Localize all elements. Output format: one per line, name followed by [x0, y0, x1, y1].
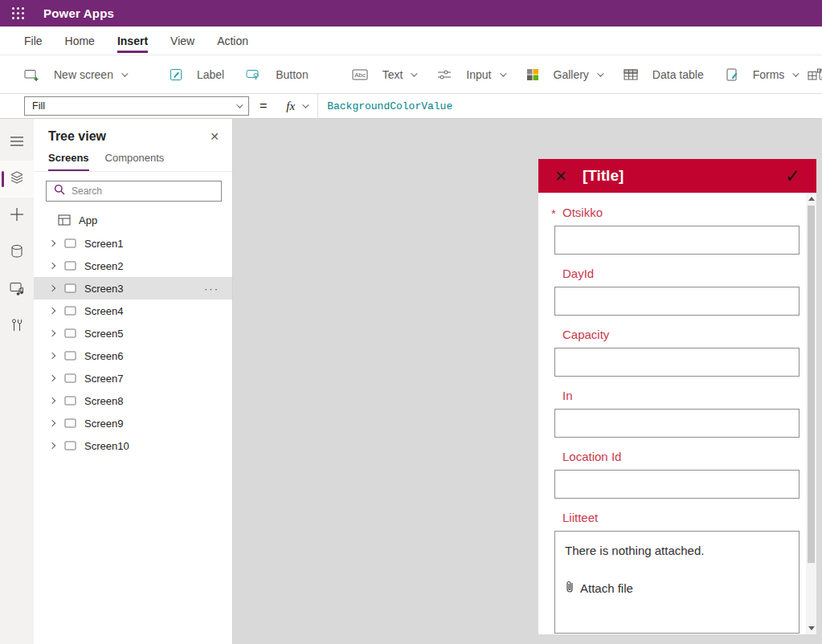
rail-data-sources-button[interactable]: [0, 234, 34, 271]
data-table-icon: [624, 69, 638, 80]
tree-item-screen3[interactable]: Screen3 ···: [34, 277, 232, 300]
field-otsikko: * Otsikko: [554, 205, 800, 255]
field-label: DayId: [562, 266, 800, 281]
tree-panel-tabs: Screens Components: [34, 145, 232, 172]
field-liitteet: Liitteet There is nothing attached.: [554, 510, 800, 634]
fx-icon: fx: [286, 100, 295, 113]
button-button[interactable]: Button: [246, 68, 308, 81]
otsikko-input[interactable]: [554, 226, 800, 255]
search-icon: [54, 184, 65, 198]
cancel-icon[interactable]: ✕: [554, 169, 567, 184]
rail-advanced-tools-button[interactable]: [0, 308, 34, 345]
field-label: * Otsikko: [562, 205, 800, 220]
attachments-box: There is nothing attached. Attach file: [554, 531, 800, 634]
tree-item-screen1[interactable]: Screen1: [34, 232, 232, 255]
required-marker: *: [551, 206, 556, 221]
fx-button[interactable]: fx: [276, 94, 318, 118]
gallery-menu-button[interactable]: Gallery: [526, 68, 602, 81]
scroll-up-icon[interactable]: [808, 197, 815, 201]
search-input[interactable]: [72, 185, 214, 197]
screen-icon: [64, 351, 76, 361]
screen-icon: [64, 261, 76, 271]
input-menu-button[interactable]: Input: [437, 68, 504, 81]
tab-screens[interactable]: Screens: [48, 152, 89, 171]
property-selector[interactable]: Fill: [24, 96, 249, 116]
tree-item-screen8[interactable]: Screen8: [34, 389, 232, 412]
menu-item-action[interactable]: Action: [217, 35, 248, 47]
attach-file-button[interactable]: Attach file: [565, 580, 789, 596]
in-input[interactable]: [554, 409, 800, 438]
tree-item-screen10[interactable]: Screen10: [34, 434, 232, 457]
button-icon: [246, 68, 261, 81]
insert-toolbar: New screen Label Button: [0, 55, 822, 94]
waffle-menu-icon[interactable]: [11, 6, 26, 21]
rail-insert-button[interactable]: [0, 198, 34, 234]
screen-tree: App Screen1 Screen2 Screen3 ···: [34, 206, 232, 644]
field-in: In: [554, 388, 800, 438]
edit-form[interactable]: ✕ [Title] ✓ * Otsikko DayId: [538, 159, 816, 634]
menu-item-home[interactable]: Home: [65, 35, 95, 47]
tree-item-screen5[interactable]: Screen5: [34, 322, 232, 344]
field-label: Location Id: [562, 449, 800, 464]
tab-components[interactable]: Components: [105, 152, 165, 171]
chevron-right-icon[interactable]: [49, 420, 55, 426]
form-scrollbar[interactable]: [806, 193, 816, 634]
field-capacity: Capacity: [554, 327, 800, 377]
chevron-right-icon[interactable]: [49, 263, 55, 269]
scrollbar-thumb[interactable]: [808, 206, 815, 563]
save-check-icon[interactable]: ✓: [785, 167, 800, 185]
screen-icon: [64, 418, 76, 428]
chevron-right-icon[interactable]: [49, 285, 55, 291]
tree-item-screen4[interactable]: Screen4: [34, 300, 232, 322]
chevron-right-icon[interactable]: [49, 330, 55, 336]
screen-icon: [64, 373, 76, 383]
data-table-button[interactable]: Data table: [624, 68, 704, 81]
rail-hamburger-button[interactable]: [0, 124, 34, 161]
tree-item-screen9[interactable]: Screen9: [34, 412, 232, 434]
search-box[interactable]: [46, 181, 222, 202]
chevron-right-icon[interactable]: [49, 240, 55, 247]
paperclip-icon: [565, 580, 575, 596]
tree-item-screen6[interactable]: Screen6: [34, 344, 232, 367]
power-apps-studio: Power Apps File Home Insert View Action …: [0, 0, 822, 644]
screen-icon: [64, 238, 76, 248]
database-icon: [10, 244, 23, 262]
dayid-input[interactable]: [554, 287, 800, 316]
chevron-right-icon[interactable]: [49, 442, 55, 449]
chevron-right-icon[interactable]: [49, 308, 55, 314]
canvas[interactable]: ✕ [Title] ✓ * Otsikko DayId: [233, 119, 822, 644]
forms-menu-button[interactable]: Forms: [726, 68, 798, 81]
capacity-input[interactable]: [554, 348, 800, 377]
formula-input[interactable]: BackgroundColorValue: [318, 94, 822, 118]
tree-item-screen2[interactable]: Screen2: [34, 255, 232, 277]
screen-icon: [64, 441, 76, 450]
new-screen-button[interactable]: New screen: [24, 68, 126, 81]
chevron-right-icon[interactable]: [49, 397, 55, 404]
more-actions-icon[interactable]: ···: [204, 283, 219, 295]
tree-item-screen7[interactable]: Screen7: [34, 367, 232, 389]
menu-item-file[interactable]: File: [24, 35, 43, 47]
menu-item-view[interactable]: View: [170, 35, 194, 47]
chevron-down-icon: [302, 101, 309, 108]
rail-tree-view-button[interactable]: [0, 161, 34, 198]
gallery-icon: [526, 68, 539, 81]
close-icon[interactable]: ✕: [210, 130, 219, 143]
rail-media-button[interactable]: [0, 271, 34, 308]
chevron-right-icon[interactable]: [49, 375, 55, 381]
custom-component-icon[interactable]: [808, 68, 822, 84]
tools-icon: [11, 318, 22, 336]
menu-item-insert[interactable]: Insert: [117, 35, 148, 47]
chevron-down-icon: [411, 70, 418, 76]
chevron-right-icon[interactable]: [49, 353, 55, 359]
locationid-input[interactable]: [554, 470, 800, 499]
tree-item-app[interactable]: App: [34, 208, 232, 232]
text-menu-button[interactable]: Abc Text: [352, 68, 416, 81]
equals-sign: =: [260, 99, 267, 113]
label-button[interactable]: Label: [170, 68, 224, 81]
chevron-down-icon: [500, 70, 506, 76]
screen-icon: [64, 283, 76, 293]
scroll-down-icon[interactable]: [808, 626, 815, 630]
field-label: Liitteet: [562, 510, 800, 525]
screen-icon: [64, 328, 76, 338]
formula-text: BackgroundColorValue: [327, 100, 452, 112]
